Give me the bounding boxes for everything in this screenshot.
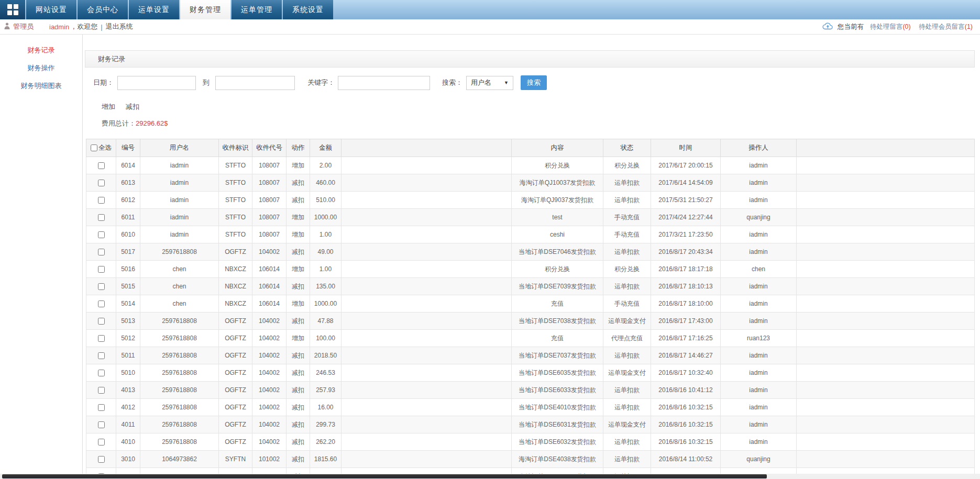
- cell-content: 海淘订单QJ9037发货扣款: [512, 192, 603, 209]
- date-to-input[interactable]: [215, 76, 295, 90]
- col-header-content: 内容: [512, 139, 603, 157]
- add-link[interactable]: 增加: [102, 102, 115, 112]
- cell-amount: 262.20: [310, 433, 342, 451]
- cell-filler: [797, 209, 975, 226]
- cell-username: 2597618808: [140, 416, 219, 433]
- row-checkbox[interactable]: [98, 162, 105, 169]
- row-checkbox[interactable]: [98, 283, 105, 290]
- pending-message-link[interactable]: 待处理留言(0): [870, 23, 911, 30]
- nav-tab[interactable]: 运单设置: [129, 0, 179, 19]
- nav-tab-label: 财务管理: [190, 5, 221, 15]
- cell-action: 增加: [287, 157, 310, 174]
- date-from-input[interactable]: [117, 76, 196, 90]
- nav-tab[interactable]: 会员中心: [78, 0, 128, 19]
- row-checkbox[interactable]: [98, 231, 105, 238]
- row-checkbox[interactable]: [98, 370, 105, 376]
- cell-filler: [797, 416, 975, 433]
- nav-tab[interactable]: 网站设置: [26, 0, 76, 19]
- cell-recipient-tag: OGFTZ: [219, 364, 252, 382]
- row-checkbox[interactable]: [98, 300, 105, 307]
- cell-operator: iadmin: [721, 226, 797, 243]
- apps-grid-button[interactable]: [0, 0, 25, 19]
- cell-content: 积分兑换: [512, 157, 603, 174]
- cell-filler: [797, 382, 975, 399]
- search-button[interactable]: 搜索: [521, 75, 547, 90]
- row-checkbox[interactable]: [98, 180, 105, 186]
- keyword-input[interactable]: [338, 76, 430, 90]
- cell-content: 充值: [512, 295, 603, 313]
- cell-time: 2016/8/17 14:46:27: [651, 347, 721, 364]
- col-header-operator: 操作人: [721, 139, 797, 157]
- sidebar-item-label: 财务操作: [28, 64, 55, 72]
- row-checkbox[interactable]: [98, 387, 105, 394]
- cell-amount: 1000.00: [310, 209, 342, 226]
- select-all-checkbox[interactable]: [91, 144, 97, 151]
- cell-content: 海淘订单QJ10037发货扣款: [512, 174, 603, 192]
- cell-recipient-code: 108007: [252, 174, 287, 192]
- sidebar-item[interactable]: 财务操作: [0, 59, 82, 77]
- deduct-link[interactable]: 减扣: [126, 102, 139, 112]
- cell-operator: iadmin: [721, 174, 797, 192]
- cell-amount: 1815.60: [310, 451, 342, 468]
- cell-filler: [797, 313, 975, 330]
- cell-id: 4010: [116, 433, 140, 451]
- nav-tabs: 网站设置 会员中心 运单设置 财务管理 运单管理 系统设置: [25, 0, 333, 19]
- cell-amount: 135.00: [310, 278, 342, 295]
- cell-action: 减扣: [287, 399, 310, 416]
- sidebar-item[interactable]: 财务明细图表: [0, 77, 82, 95]
- row-checkbox[interactable]: [98, 266, 105, 273]
- nav-tab[interactable]: 财务管理: [180, 0, 230, 19]
- nav-tab[interactable]: 系统设置: [283, 0, 333, 19]
- row-checkbox[interactable]: [98, 456, 105, 463]
- horizontal-scrollbar-thumb[interactable]: [2, 474, 767, 478]
- row-checkbox[interactable]: [98, 249, 105, 255]
- row-checkbox[interactable]: [98, 404, 105, 411]
- cell-content: 当地订单DSE6035发货扣款: [512, 364, 603, 382]
- row-checkbox[interactable]: [98, 197, 105, 204]
- cell-spacer: [342, 451, 512, 468]
- row-checkbox[interactable]: [98, 439, 105, 445]
- search-type-select[interactable]: 用户名 ▼: [466, 76, 513, 90]
- table-row: 5015 chen NBXCZ 106014 减扣 135.00 当地订单DSE…: [86, 278, 975, 295]
- cell-recipient-code: 101002: [252, 451, 287, 468]
- cell-content: 积分兑换: [512, 261, 603, 278]
- cell-action: 增加: [287, 226, 310, 243]
- cell-filler: [797, 330, 975, 347]
- cell-status: 运单扣款: [603, 451, 651, 468]
- pending-message-link[interactable]: 待处理会员留言(1): [919, 23, 973, 30]
- cell-recipient-tag: STFTO: [219, 226, 252, 243]
- cell-filler: [797, 192, 975, 209]
- cell-filler: [797, 278, 975, 295]
- cell-action: 减扣: [287, 451, 310, 468]
- logout-link[interactable]: 退出系统: [106, 22, 133, 31]
- sidebar-item[interactable]: 财务记录: [0, 41, 82, 59]
- cell-username: 2597618808: [140, 313, 219, 330]
- date-label: 日期：: [93, 78, 114, 87]
- row-checkbox[interactable]: [98, 318, 105, 325]
- horizontal-scrollbar-track[interactable]: [0, 474, 980, 479]
- cell-id: 4012: [116, 399, 140, 416]
- row-checkbox[interactable]: [98, 335, 105, 342]
- cell-content: 当地订单DSE7039发货扣款: [512, 278, 603, 295]
- row-checkbox[interactable]: [98, 214, 105, 221]
- cell-amount: 257.93: [310, 382, 342, 399]
- cell-spacer: [342, 433, 512, 451]
- cell-action: 增加: [287, 209, 310, 226]
- cell-content: 海淘订单DSE4038发货扣款: [512, 451, 603, 468]
- panel-title: 财务记录: [98, 55, 125, 63]
- row-checkbox[interactable]: [98, 421, 105, 428]
- username: iadmin: [49, 23, 69, 31]
- col-header-action: 动作: [287, 139, 310, 157]
- pending-message-label: 待处理留言: [870, 23, 903, 30]
- row-checkbox[interactable]: [98, 352, 105, 359]
- total-summary: 费用总计：29296.62$: [85, 119, 975, 128]
- cell-action: 减扣: [287, 174, 310, 192]
- cell-content: test: [512, 209, 603, 226]
- col-header-spacer: [342, 139, 512, 157]
- nav-tab[interactable]: 运单管理: [232, 0, 282, 19]
- row-checkbox-cell: [86, 347, 116, 364]
- cell-action: 减扣: [287, 243, 310, 261]
- cell-spacer: [342, 416, 512, 433]
- cell-status: 手动充值: [603, 209, 651, 226]
- cell-operator: iadmin: [721, 157, 797, 174]
